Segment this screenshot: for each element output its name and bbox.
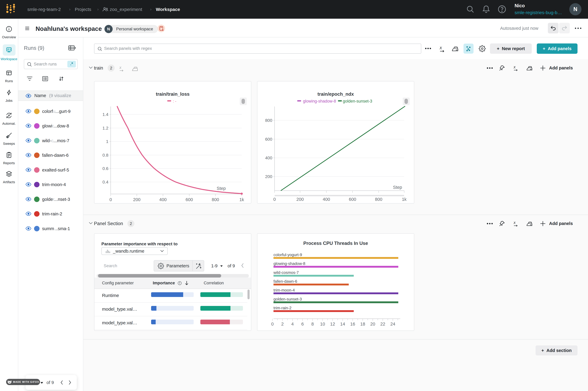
svg-text:800: 800 [265,118,272,123]
svg-text:Process CPU Threads In Use: Process CPU Threads In Use [303,241,368,246]
svg-text:600: 600 [186,197,193,202]
svg-text:0: 0 [110,197,112,202]
svg-text:4: 4 [291,322,294,326]
svg-text:16: 16 [350,322,355,326]
svg-text:22: 22 [380,322,385,326]
svg-text:24: 24 [390,322,395,326]
svg-text:6: 6 [301,322,304,326]
svg-text:400: 400 [323,197,330,202]
svg-text:0: 0 [273,197,276,202]
svg-text:600: 600 [349,197,356,202]
svg-text:18: 18 [360,322,365,326]
svg-text:fallen-dawn-6: fallen-dawn-6 [273,279,297,284]
svg-text:200: 200 [133,197,140,202]
svg-text:1k: 1k [239,197,244,202]
svg-text:x: x [119,65,121,70]
svg-text:Step: Step [217,186,226,191]
svg-text:400: 400 [159,197,167,202]
svg-text:1.2: 1.2 [103,126,108,130]
svg-text:train/epoch_ndx: train/epoch_ndx [317,92,354,97]
svg-text:0.6: 0.6 [103,166,108,171]
svg-text:wild-cosmos-7: wild-cosmos-7 [273,270,299,275]
svg-text:: -: : - [173,99,176,103]
svg-text:400: 400 [265,156,272,160]
svg-text:1.4: 1.4 [103,112,108,117]
svg-text:golden-sunset-3: golden-sunset-3 [273,297,302,301]
svg-text:x: x [513,220,515,225]
svg-text:x: x [440,45,442,50]
svg-text:glowing-shadow-8: glowing-shadow-8 [273,261,305,266]
svg-text:12: 12 [330,322,335,326]
svg-text:trim-moon-4: trim-moon-4 [273,288,295,293]
svg-text:1: 1 [106,139,108,144]
svg-text:golden-sunset-3: golden-sunset-3 [343,99,372,103]
svg-text:Step: Step [393,185,402,190]
svg-text:0.4: 0.4 [103,180,108,185]
svg-text:train/train_loss: train/train_loss [156,92,190,97]
svg-text:glowing-shadow-8: glowing-shadow-8 [303,99,336,103]
svg-text:1k: 1k [402,197,407,202]
svg-text:800: 800 [212,197,219,202]
svg-text:200: 200 [296,197,304,202]
svg-text:10: 10 [320,322,325,326]
svg-text:colorful-yogurt-9: colorful-yogurt-9 [273,252,302,257]
svg-text:600: 600 [265,137,272,142]
svg-text:x: x [513,64,515,69]
svg-text:800: 800 [375,197,382,202]
svg-text:14: 14 [340,322,345,326]
svg-text:0.8: 0.8 [103,153,108,158]
svg-text:0: 0 [271,322,274,326]
svg-text:200: 200 [265,174,272,179]
svg-text:20: 20 [370,322,375,326]
svg-text:2: 2 [281,322,284,326]
svg-text:8: 8 [311,322,314,326]
svg-text:trim-rain-2: trim-rain-2 [273,306,291,310]
